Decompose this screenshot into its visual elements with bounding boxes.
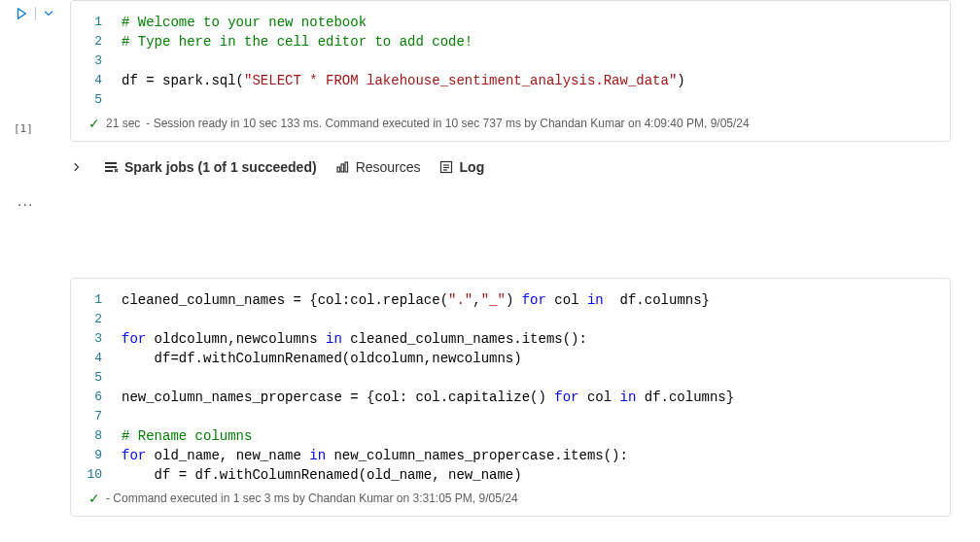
run-controls [14,6,55,21]
status-text: - Command executed in 1 sec 3 ms by Chan… [106,491,518,505]
output-gutter [0,150,70,183]
exec-count: [1] [14,122,33,135]
cell-1-status: ✓ 21 sec - Session ready in 10 sec 133 m… [71,114,950,131]
line-number: 1 [71,13,122,32]
code-line: 5 [71,368,934,388]
code-content[interactable]: new_column_names_propercase = {col: col.… [122,388,734,407]
line-number: 2 [71,32,122,51]
spark-jobs-icon [103,159,119,175]
line-number: 7 [71,407,122,426]
run-divider [35,7,36,20]
svg-rect-1 [105,166,117,168]
resources-label: Resources [356,159,421,175]
code-content[interactable]: df = spark.sql("SELECT * FROM lakehouse_… [122,71,685,90]
code-content[interactable]: for old_name, new_name in new_column_nam… [122,446,628,465]
notebook: [1] 1# Welcome to your new notebook2# Ty… [0,0,980,517]
check-icon: ✓ [88,116,100,131]
code-content[interactable]: df=df.withColumnRenamed(oldcolumn,newcol… [122,349,522,368]
code-line: 9for old_name, new_name in new_column_na… [71,446,934,465]
code-content[interactable]: # Welcome to your new notebook [122,13,367,32]
output-bar: Spark jobs (1 of 1 succeeded) Resources … [70,150,951,183]
cell-1[interactable]: 1# Welcome to your new notebook2# Type h… [70,0,951,142]
svg-rect-3 [337,167,340,172]
code-content[interactable] [122,51,129,71]
resources-icon [334,159,350,175]
more-cells-indicator[interactable]: ... [0,192,980,210]
line-number: 4 [71,349,122,368]
spark-jobs-label: Spark jobs (1 of 1 succeeded) [124,159,317,175]
code-line: 1# Welcome to your new notebook [71,13,934,32]
line-number: 3 [71,329,122,349]
svg-rect-5 [345,162,348,172]
resources-section[interactable]: Resources [334,159,421,175]
run-icon[interactable] [14,6,29,21]
code-editor-1[interactable]: 1# Welcome to your new notebook2# Type h… [71,9,950,114]
spark-jobs-section[interactable]: Spark jobs (1 of 1 succeeded) [103,159,317,175]
log-section[interactable]: Log [438,159,485,175]
line-number: 4 [71,71,122,90]
code-line: 3for oldcolumn,newcolumns in cleaned_col… [71,329,934,349]
code-line: 10 df = df.withColumnRenamed(old_name, n… [71,465,934,485]
line-number: 1 [71,290,122,310]
svg-rect-4 [341,164,344,172]
cell-2-gutter [0,278,70,517]
svg-rect-2 [105,170,113,172]
line-number: 8 [71,426,122,446]
code-content[interactable] [122,90,129,110]
cell-1-wrapper: [1] 1# Welcome to your new notebook2# Ty… [0,0,980,142]
code-content[interactable]: df = df.withColumnRenamed(old_name, new_… [122,465,522,485]
code-content[interactable] [122,407,129,426]
code-line: 6new_column_names_propercase = {col: col… [71,388,934,407]
code-line: 1cleaned_column_names = {col:col.replace… [71,290,934,310]
log-label: Log [460,159,485,175]
check-icon: ✓ [88,491,100,506]
line-number: 9 [71,446,122,465]
code-line: 2 [71,310,934,329]
output-panel: Spark jobs (1 of 1 succeeded) Resources … [70,150,951,183]
code-content[interactable]: cleaned_column_names = {col:col.replace(… [122,290,710,310]
code-line: 8# Rename columns [71,426,934,446]
line-number: 10 [71,465,122,485]
code-line: 4df = spark.sql("SELECT * FROM lakehouse… [71,71,934,90]
line-number: 3 [71,51,122,71]
cell-1-gutter: [1] [0,0,70,142]
line-number: 5 [71,90,122,110]
output-row: Spark jobs (1 of 1 succeeded) Resources … [0,150,980,183]
code-editor-2[interactable]: 1cleaned_column_names = {col:col.replace… [71,287,950,489]
code-content[interactable]: # Rename columns [122,426,252,446]
code-line: 4 df=df.withColumnRenamed(oldcolumn,newc… [71,349,934,368]
code-content[interactable]: # Type here in the cell editor to add co… [122,32,472,51]
code-line: 3 [71,51,934,71]
line-number: 2 [71,310,122,329]
status-text: - Session ready in 10 sec 133 ms. Comman… [146,117,749,130]
code-line: 2# Type here in the cell editor to add c… [71,32,934,51]
code-content[interactable] [122,368,129,388]
chevron-down-icon[interactable] [42,7,55,20]
status-duration: 21 sec [106,117,140,130]
cell-2[interactable]: 1cleaned_column_names = {col:col.replace… [70,278,951,517]
code-content[interactable]: for oldcolumn,newcolumns in cleaned_colu… [122,329,587,349]
code-content[interactable] [122,310,129,329]
code-line: 5 [71,90,934,110]
line-number: 5 [71,368,122,388]
code-line: 7 [71,407,934,426]
chevron-right-icon[interactable] [70,160,84,174]
spacer [0,239,980,278]
cell-2-status: ✓ - Command executed in 1 sec 3 ms by Ch… [71,489,950,506]
svg-rect-0 [105,162,117,164]
line-number: 6 [71,388,122,407]
cell-2-wrapper: 1cleaned_column_names = {col:col.replace… [0,278,980,517]
log-icon [438,159,454,175]
